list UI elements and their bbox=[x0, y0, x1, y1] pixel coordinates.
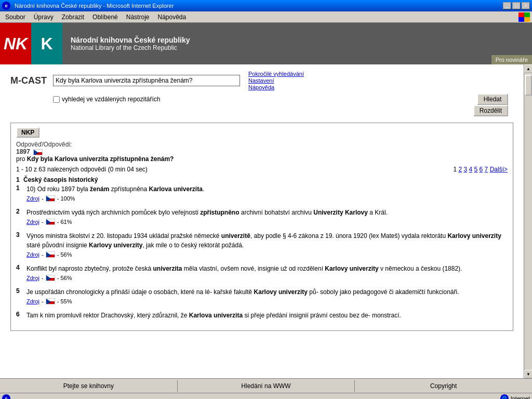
result-item-2: 2 Prostřednictvím vydá ných archivních p… bbox=[16, 208, 508, 225]
section-title: Český časopis historický bbox=[23, 176, 98, 183]
menu-zobrazit[interactable]: Zobrazit bbox=[59, 12, 87, 22]
checkbox-row: vyhledej ve vzdálených repozitářích bbox=[53, 96, 160, 103]
section-title-row: 1 Český časopis historický bbox=[16, 176, 508, 183]
scrollbar[interactable]: ▲ ▼ bbox=[524, 64, 532, 378]
page-5[interactable]: 5 bbox=[474, 166, 478, 173]
windows-logo bbox=[518, 12, 530, 22]
site-header: NK K Národní knihovna České republiky Na… bbox=[0, 23, 532, 64]
search-input[interactable] bbox=[53, 75, 240, 86]
source-row-1: Zdroj - - 100% bbox=[26, 195, 508, 202]
header-line1: Národní knihovna České republiky bbox=[71, 36, 190, 44]
source-row-4: Zdroj - - 56% bbox=[26, 275, 508, 281]
logo-nk: NK bbox=[0, 23, 31, 64]
footer-link-library[interactable]: Ptejte se knihovny bbox=[0, 380, 178, 392]
answer-count: 1897 bbox=[16, 148, 30, 155]
menu-oblibene[interactable]: Oblíbené bbox=[89, 12, 121, 22]
query-line: pro Kdy byla Karlova univerzita zpřístup… bbox=[16, 155, 508, 163]
result-text-4: Konflikt byl naprosto zbytečný, protože … bbox=[26, 264, 508, 273]
section-number: 1 bbox=[16, 176, 20, 183]
header-text: Národní knihovna České republiky Nationa… bbox=[62, 31, 198, 57]
result-item-3: 3 Výnos ministra školství z 20. listopad… bbox=[16, 231, 508, 258]
scroll-thumb[interactable] bbox=[525, 75, 532, 96]
ie-icon: e bbox=[2, 2, 10, 10]
source-row-3: Zdroj - - 56% bbox=[26, 251, 508, 258]
page-7[interactable]: 7 bbox=[485, 166, 488, 173]
ie-status-icon: e bbox=[2, 394, 10, 400]
status-zone: 🌐 Internet bbox=[500, 394, 530, 400]
mcast-label: M-CAST bbox=[10, 75, 47, 86]
result-item-6: 6 Tam k nim promluvil rektor Drachovský,… bbox=[16, 311, 508, 320]
answer-header: Odpověď/Odpovědi: 1897 bbox=[16, 141, 508, 155]
result-text-3: Výnos ministra školství z 20. listopadu … bbox=[26, 231, 508, 250]
next-page[interactable]: Další> bbox=[490, 166, 508, 173]
search-row: M-CAST Pokročilé vyhledávání Nastavení N… bbox=[10, 71, 513, 90]
footer-link-www[interactable]: Hledání na WWW bbox=[178, 380, 355, 392]
page-3[interactable]: 3 bbox=[463, 166, 467, 173]
settings-link[interactable]: Nastavení bbox=[248, 77, 304, 84]
nkp-badge: NKP bbox=[16, 127, 39, 138]
advanced-search-link[interactable]: Pokročilé vyhledávání bbox=[248, 71, 304, 77]
page-6[interactable]: 6 bbox=[480, 166, 483, 173]
footer: Ptejte se knihovny Hledání na WWW Copyri… bbox=[0, 378, 532, 393]
result-item-5: 5 Je uspořádán chronologicky a přináší ú… bbox=[16, 287, 508, 304]
result-text-2: Prostřednictvím vydá ných archivních pom… bbox=[26, 208, 508, 217]
menu-soubor[interactable]: Soubor bbox=[2, 12, 29, 22]
result-item-1: 1 10) Od roku 1897 byla ženám zpřístupně… bbox=[16, 184, 508, 202]
source-link-2[interactable]: Zdroj bbox=[26, 219, 39, 225]
checkbox-label: vyhledej ve vzdálených repozitářích bbox=[62, 96, 160, 103]
result-text-6: Tam k nim promluvil rektor Drachovský, k… bbox=[26, 311, 508, 320]
query-text: Kdy byla Karlova univerzita zpřístupněna… bbox=[27, 155, 174, 163]
page-2[interactable]: 2 bbox=[458, 166, 462, 173]
source-link-3[interactable]: Zdroj bbox=[26, 251, 39, 258]
results-area: NKP Odpověď/Odpovědi: 1897 pro Kdy byla … bbox=[10, 123, 513, 331]
result-text-1: 10) Od roku 1897 byla ženám zpřístupněna… bbox=[26, 184, 508, 194]
header-line2: National Library of the Czech Republic bbox=[71, 44, 190, 51]
footer-links: Ptejte se knihovny Hledání na WWW Copyri… bbox=[0, 380, 532, 392]
result-summary: 1 - 10 z 63 nalezených odpovědí (0 min 0… bbox=[16, 166, 148, 173]
pagination-row: 1 - 10 z 63 nalezených odpovědí (0 min 0… bbox=[16, 166, 508, 173]
result-text-5: Je uspořádán chronologicky a přináší úda… bbox=[26, 287, 508, 297]
source-link-4[interactable]: Zdroj bbox=[26, 275, 39, 281]
scroll-track[interactable] bbox=[524, 73, 532, 370]
status-bar: e 🌐 Internet bbox=[0, 393, 532, 399]
page-4[interactable]: 4 bbox=[469, 166, 473, 173]
close-button[interactable]: × bbox=[522, 2, 530, 9]
menu-napoveda[interactable]: Nápověda bbox=[154, 12, 189, 22]
search-button[interactable]: Hledat bbox=[477, 94, 508, 105]
zone-label: Internet bbox=[511, 395, 530, 400]
source-link-1[interactable]: Zdroj bbox=[26, 195, 39, 202]
press-button[interactable]: Pro novináře bbox=[491, 55, 532, 64]
window-title: Národní knihovna České republiky - Micro… bbox=[15, 3, 174, 9]
minimize-button[interactable]: _ bbox=[503, 2, 511, 9]
logo-k: K bbox=[31, 23, 62, 64]
split-button[interactable]: Rozdělit bbox=[473, 105, 508, 116]
source-row-5: Zdroj - - 55% bbox=[26, 298, 508, 304]
button-row: Hledat bbox=[477, 94, 508, 105]
help-link[interactable]: Nápověda bbox=[248, 84, 304, 90]
search-area: M-CAST Pokročilé vyhledávání Nastavení N… bbox=[0, 64, 524, 121]
maximize-button[interactable]: □ bbox=[512, 2, 521, 9]
scroll-up-button[interactable]: ▲ bbox=[524, 64, 532, 73]
scroll-down-button[interactable]: ▼ bbox=[524, 370, 532, 378]
result-item-4: 4 Konflikt byl naprosto zbytečný, protož… bbox=[16, 264, 508, 281]
menu-upravy[interactable]: Úpravy bbox=[31, 12, 57, 22]
content-area: M-CAST Pokročilé vyhledávání Nastavení N… bbox=[0, 64, 524, 378]
main-area: M-CAST Pokročilé vyhledávání Nastavení N… bbox=[0, 64, 532, 378]
source-row-2: Zdroj - - 61% bbox=[26, 219, 508, 225]
footer-link-copyright[interactable]: Copyright bbox=[355, 380, 532, 392]
search-links: Pokročilé vyhledávání Nastavení Nápověda bbox=[248, 71, 304, 90]
window-controls[interactable]: _ □ × bbox=[503, 2, 530, 9]
internet-icon: 🌐 bbox=[500, 394, 509, 400]
source-link-5[interactable]: Zdroj bbox=[26, 298, 39, 304]
title-bar: e Národní knihovna České republiky - Mic… bbox=[0, 0, 532, 11]
remote-repos-checkbox[interactable] bbox=[53, 96, 60, 103]
page-numbers: 1 2 3 4 5 6 7 Další> bbox=[453, 166, 508, 173]
menu-bar: Soubor Úpravy Zobrazit Oblíbené Nástroje… bbox=[0, 11, 532, 23]
menu-nastroje[interactable]: Nástroje bbox=[123, 12, 153, 22]
